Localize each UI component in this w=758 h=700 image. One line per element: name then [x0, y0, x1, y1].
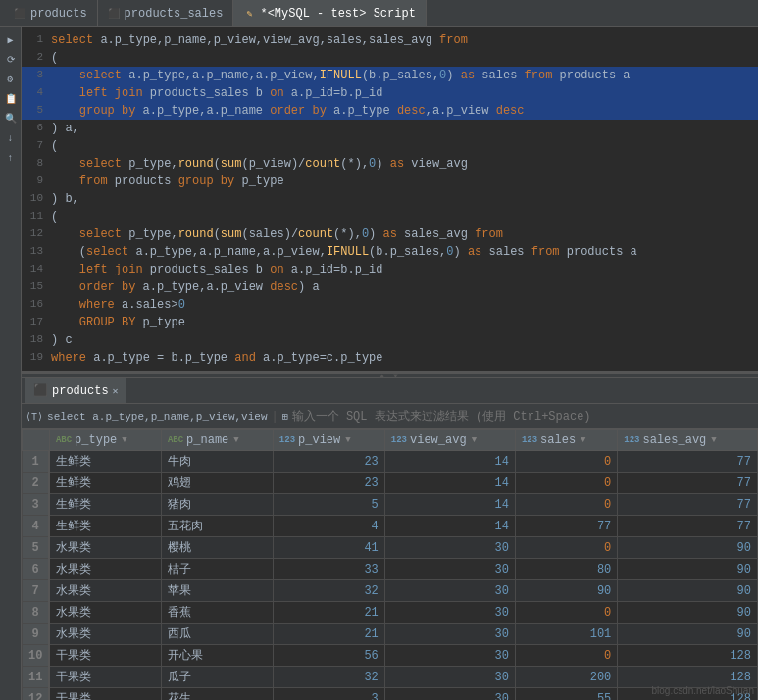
- table-row[interactable]: 5水果类樱桃4130090: [23, 537, 758, 559]
- table-row[interactable]: 6水果类桔子33308090: [23, 559, 758, 580]
- row-num-cell: 4: [23, 516, 50, 537]
- cell-pview: 33: [273, 559, 384, 580]
- cell-salesavg: 77: [618, 494, 758, 516]
- cell-ptype: 生鲜类: [49, 516, 161, 537]
- cell-pname: 猪肉: [161, 494, 273, 516]
- cell-viewavg: 30: [384, 559, 515, 580]
- down-icon[interactable]: ↓: [2, 129, 20, 147]
- sql-line-18: 18 ) c: [22, 331, 758, 349]
- row-num-cell: 10: [23, 645, 50, 667]
- cell-pview: 3: [273, 688, 384, 701]
- row-num-cell: 6: [23, 559, 50, 580]
- settings-icon[interactable]: ⚙: [2, 71, 20, 88]
- sql-editor[interactable]: 1 select a.p_type,p_name,p_view,view_avg…: [22, 27, 758, 373]
- col-ptype-header[interactable]: ABC p_type ▼: [49, 430, 161, 451]
- col-pname-label: p_name: [186, 433, 228, 447]
- results-panel: ⬛ products ✕ ⟨T⟩ select a.p_type,p_name,…: [22, 378, 758, 700]
- cell-sales: 200: [515, 667, 617, 688]
- cell-sales: 77: [515, 516, 617, 537]
- table-row[interactable]: 8水果类香蕉2130090: [23, 602, 758, 624]
- filter-input[interactable]: [292, 410, 754, 424]
- cell-pview: 32: [273, 580, 384, 602]
- copy-icon[interactable]: 📋: [2, 90, 20, 108]
- cell-viewavg: 14: [384, 516, 515, 537]
- cell-pview: 32: [273, 667, 384, 688]
- cell-pname: 开心果: [161, 645, 273, 667]
- cell-pview: 5: [273, 494, 384, 516]
- sql-code-block[interactable]: 1 select a.p_type,p_name,p_view,view_avg…: [22, 27, 758, 371]
- cell-sales: 80: [515, 559, 617, 580]
- results-tab-label: products: [52, 384, 109, 398]
- run-icon[interactable]: ▶: [2, 31, 20, 49]
- cell-viewavg: 30: [384, 688, 515, 701]
- sql-line-11: 11 (: [22, 208, 758, 225]
- table-row[interactable]: 10干果类开心果56300128: [23, 645, 758, 667]
- row-num-cell: 9: [23, 624, 50, 645]
- col-pname-header[interactable]: ABC p_name ▼: [161, 430, 273, 451]
- table-row[interactable]: 3生鲜类猪肉514077: [23, 494, 758, 516]
- cell-pview: 23: [273, 473, 384, 494]
- cell-salesavg: 90: [618, 537, 758, 559]
- tab-products[interactable]: ⬛ products: [4, 0, 98, 26]
- cell-pname: 樱桃: [161, 537, 273, 559]
- col-sales-header[interactable]: 123 sales ▼: [515, 430, 617, 451]
- up-icon[interactable]: ↑: [2, 149, 20, 167]
- search-icon[interactable]: 🔍: [2, 110, 20, 127]
- results-tab-close[interactable]: ✕: [113, 385, 119, 397]
- cell-pname: 牛肉: [161, 451, 273, 473]
- row-num-cell: 7: [23, 580, 50, 602]
- cell-ptype: 干果类: [49, 688, 161, 701]
- col-viewavg-header[interactable]: 123 view_avg ▼: [384, 430, 515, 451]
- cell-ptype: 水果类: [49, 602, 161, 624]
- sql-line-8: 8 select p_type,round(sum(p_view)/count(…: [22, 155, 758, 173]
- cell-ptype: 水果类: [49, 580, 161, 602]
- cell-viewavg: 14: [384, 451, 515, 473]
- tab-script[interactable]: ✎ *<MySQL - test> Script: [233, 0, 426, 26]
- cell-pview: 41: [273, 537, 384, 559]
- cell-salesavg: 128: [618, 645, 758, 667]
- cell-salesavg: 90: [618, 602, 758, 624]
- sql-line-12: 12 select p_type,round(sum(sales)/count(…: [22, 225, 758, 243]
- tab-products-sales-label: products_sales: [125, 7, 224, 21]
- refresh-icon[interactable]: ⟳: [2, 51, 20, 69]
- table-row[interactable]: 2生鲜类鸡翅2314077: [23, 473, 758, 494]
- cell-sales: 55: [515, 688, 617, 701]
- results-tab-bar: ⬛ products ✕: [22, 378, 758, 404]
- cell-sales: 0: [515, 473, 617, 494]
- table-row[interactable]: 11干果类瓜子3230200128: [23, 667, 758, 688]
- cell-viewavg: 30: [384, 602, 515, 624]
- tab-bar: ⬛ products ⬛ products_sales ✎ *<MySQL - …: [0, 0, 758, 27]
- sql-line-9: 9 from products group by p_type: [22, 173, 758, 190]
- sql-line-1: 1 select a.p_type,p_name,p_view,view_avg…: [22, 31, 758, 49]
- table-icon: ⬛: [108, 8, 120, 20]
- cell-pname: 香蕉: [161, 602, 273, 624]
- filter-hint-icon: ⊞: [282, 411, 288, 423]
- sql-line-2: 2 (: [22, 49, 758, 67]
- cell-pname: 苹果: [161, 580, 273, 602]
- col-salesavg-header[interactable]: 123 sales_avg ▼: [618, 430, 758, 451]
- table-header-row: ABC p_type ▼ ABC p_name ▼: [23, 430, 758, 451]
- tab-script-label: *<MySQL - test> Script: [260, 7, 415, 21]
- tab-products-sales[interactable]: ⬛ products_sales: [98, 0, 234, 26]
- results-table: ABC p_type ▼ ABC p_name ▼: [22, 429, 758, 700]
- results-tab-products[interactable]: ⬛ products ✕: [25, 378, 126, 403]
- cell-sales: 0: [515, 537, 617, 559]
- table-row[interactable]: 9水果类西瓜213010190: [23, 624, 758, 645]
- table-row[interactable]: 12干果类花生33055128: [23, 688, 758, 701]
- table-row[interactable]: 7水果类苹果32309090: [23, 580, 758, 602]
- col-pview-header[interactable]: 123 p_view ▼: [273, 430, 384, 451]
- cell-pname: 桔子: [161, 559, 273, 580]
- cell-sales: 101: [515, 624, 617, 645]
- cell-ptype: 水果类: [49, 624, 161, 645]
- table-row[interactable]: 1生鲜类牛肉2314077: [23, 451, 758, 473]
- cell-pview: 21: [273, 602, 384, 624]
- table-row[interactable]: 4生鲜类五花肉4147777: [23, 516, 758, 537]
- cell-viewavg: 30: [384, 667, 515, 688]
- left-sidebar: ▶ ⟳ ⚙ 📋 🔍 ↓ ↑: [0, 27, 22, 700]
- sql-line-5: 5 group by a.p_type,a.p_name order by a.…: [22, 102, 758, 120]
- row-num-cell: 8: [23, 602, 50, 624]
- col-pview-label: p_view: [298, 433, 340, 447]
- results-table-wrapper[interactable]: ABC p_type ▼ ABC p_name ▼: [22, 429, 758, 700]
- cell-pname: 西瓜: [161, 624, 273, 645]
- cell-salesavg: 90: [618, 580, 758, 602]
